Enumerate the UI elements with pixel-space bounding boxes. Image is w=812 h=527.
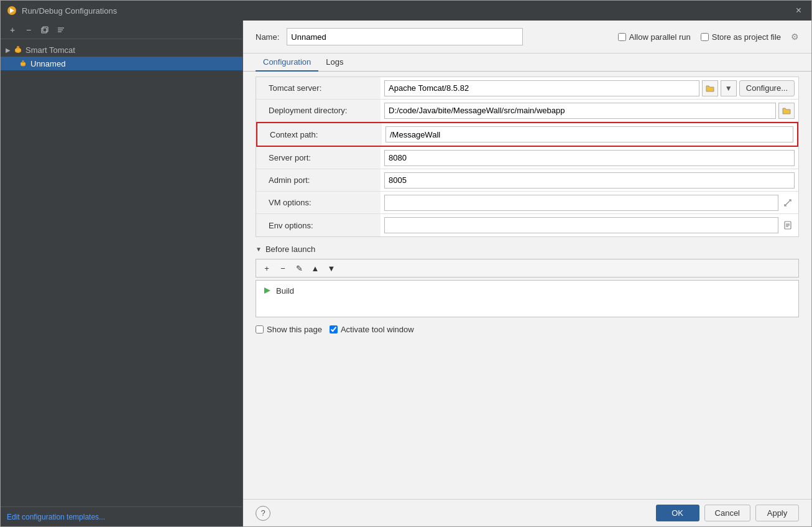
smart-tomcat-group-icon: [13, 45, 23, 55]
show-this-page-checkbox[interactable]: [256, 325, 264, 333]
svg-rect-3: [43, 27, 48, 32]
dialog-title: Run/Debug Configurations: [22, 6, 792, 16]
vm-options-input[interactable]: [384, 195, 778, 211]
dialog-content: + −: [1, 21, 811, 526]
edit-templates-link[interactable]: Edit configuration templates...: [7, 513, 105, 521]
allow-parallel-run-checkbox[interactable]: [618, 33, 626, 41]
svg-rect-2: [42, 28, 47, 33]
deployment-directory-row: Deployment directory:: [256, 100, 798, 122]
configure-button[interactable]: Configure...: [739, 80, 795, 96]
help-button[interactable]: ?: [256, 506, 270, 521]
allow-parallel-run-label[interactable]: Allow parallel run: [618, 32, 691, 42]
svg-line-15: [788, 200, 791, 203]
vm-options-row: VM options:: [256, 192, 798, 214]
before-launch-list: Build: [256, 280, 799, 317]
bottom-options-bar: Show this page Activate tool window: [243, 317, 811, 342]
dialog-icon: [7, 6, 17, 16]
config-tree: ▶ Smart Tomcat: [1, 39, 242, 506]
bl-up-btn[interactable]: ▲: [308, 261, 322, 275]
remove-config-button[interactable]: −: [22, 23, 35, 37]
store-as-project-file-label[interactable]: Store as project file: [701, 32, 781, 42]
tree-group-header-smart-tomcat[interactable]: ▶ Smart Tomcat: [1, 43, 242, 57]
before-launch-header: ▼ Before launch: [256, 245, 799, 254]
unnamed-config-label: Unnamed: [30, 59, 65, 68]
tomcat-server-label: Tomcat server:: [256, 77, 381, 99]
before-launch-section: ▼ Before launch + − ✎ ▲ ▼: [256, 245, 799, 317]
context-path-row: Context path:: [257, 123, 797, 146]
cancel-button[interactable]: Cancel: [704, 505, 750, 521]
config-fields-container: Tomcat server: ▼ Configure...: [256, 77, 799, 237]
svg-rect-13: [22, 60, 24, 63]
env-options-input[interactable]: [384, 217, 778, 233]
vm-options-value: [381, 192, 798, 213]
unnamed-config-icon: [18, 58, 28, 68]
copy-config-button[interactable]: [38, 23, 52, 37]
apply-button[interactable]: Apply: [755, 505, 799, 521]
context-path-input[interactable]: [385, 126, 793, 142]
activate-tool-window-checkbox[interactable]: [330, 325, 338, 333]
sort-config-button[interactable]: [54, 23, 68, 37]
title-bar: Run/Debug Configurations ×: [1, 1, 811, 21]
bl-remove-btn[interactable]: −: [276, 261, 290, 275]
tab-logs[interactable]: Logs: [318, 54, 351, 72]
before-launch-toolbar: + − ✎ ▲ ▼: [256, 259, 799, 277]
main-header: Name: Allow parallel run Store as projec…: [243, 21, 811, 54]
store-as-project-file-checkbox[interactable]: [701, 33, 709, 41]
tree-item-unnamed[interactable]: Unnamed: [1, 57, 242, 70]
sidebar-toolbar: + −: [1, 21, 242, 39]
run-debug-configurations-dialog: Run/Debug Configurations × + −: [0, 0, 812, 527]
tomcat-server-value: ▼ Configure...: [381, 77, 798, 99]
bl-item-build-label: Build: [276, 286, 294, 296]
bl-add-btn[interactable]: +: [260, 261, 274, 275]
show-this-page-label[interactable]: Show this page: [256, 325, 322, 334]
config-panel: Tomcat server: ▼ Configure...: [243, 72, 811, 499]
build-arrow-icon: [262, 286, 272, 296]
bl-edit-btn[interactable]: ✎: [292, 261, 306, 275]
tree-group-smart-tomcat: ▶ Smart Tomcat: [1, 42, 242, 72]
smart-tomcat-label: Smart Tomcat: [25, 45, 75, 55]
admin-port-row: Admin port:: [256, 169, 798, 192]
env-options-value: [381, 214, 798, 236]
bl-item-build: Build: [261, 283, 793, 298]
server-port-label: Server port:: [256, 147, 381, 169]
env-options-memo-icon[interactable]: [781, 218, 795, 232]
admin-port-input[interactable]: [384, 172, 795, 189]
footer-bar: ? OK Cancel Apply: [243, 499, 811, 526]
server-port-value: [381, 147, 798, 169]
env-options-label: Env options:: [256, 214, 381, 236]
vm-options-expand-icon[interactable]: [781, 196, 795, 210]
tabs-bar: Configuration Logs: [243, 54, 811, 72]
context-path-label: Context path:: [257, 123, 382, 146]
settings-gear-icon[interactable]: ⚙: [791, 32, 799, 42]
server-port-row: Server port:: [256, 147, 798, 169]
tomcat-server-input[interactable]: [384, 80, 699, 96]
activate-tool-window-label[interactable]: Activate tool window: [330, 325, 414, 334]
context-path-value: [382, 123, 797, 146]
tomcat-server-row: Tomcat server: ▼ Configure...: [256, 77, 798, 100]
tab-configuration[interactable]: Configuration: [256, 54, 318, 72]
deployment-directory-label: Deployment directory:: [256, 100, 381, 121]
footer-buttons: OK Cancel Apply: [656, 505, 799, 521]
deployment-browse-btn[interactable]: [778, 103, 795, 119]
ok-button[interactable]: OK: [656, 505, 699, 521]
main-panel: Name: Allow parallel run Store as projec…: [243, 21, 811, 526]
server-port-input[interactable]: [384, 150, 795, 166]
name-input[interactable]: [287, 28, 523, 45]
before-launch-label: Before launch: [265, 245, 315, 254]
header-options: Allow parallel run Store as project file…: [618, 32, 799, 42]
env-options-row: Env options:: [256, 214, 798, 236]
deployment-directory-value: [381, 100, 798, 121]
sidebar: + −: [1, 21, 243, 526]
vm-options-label: VM options:: [256, 192, 381, 213]
tomcat-dropdown-btn[interactable]: ▼: [721, 80, 737, 96]
add-config-button[interactable]: +: [6, 23, 19, 37]
before-launch-collapse-arrow[interactable]: ▼: [256, 246, 262, 253]
svg-point-10: [16, 48, 20, 50]
tomcat-folder-btn[interactable]: [702, 80, 718, 96]
svg-marker-20: [264, 287, 270, 294]
close-button[interactable]: ×: [792, 4, 805, 17]
admin-port-value: [381, 169, 798, 191]
deployment-directory-input[interactable]: [384, 103, 776, 119]
bl-down-btn[interactable]: ▼: [325, 261, 338, 275]
svg-line-14: [785, 203, 788, 206]
